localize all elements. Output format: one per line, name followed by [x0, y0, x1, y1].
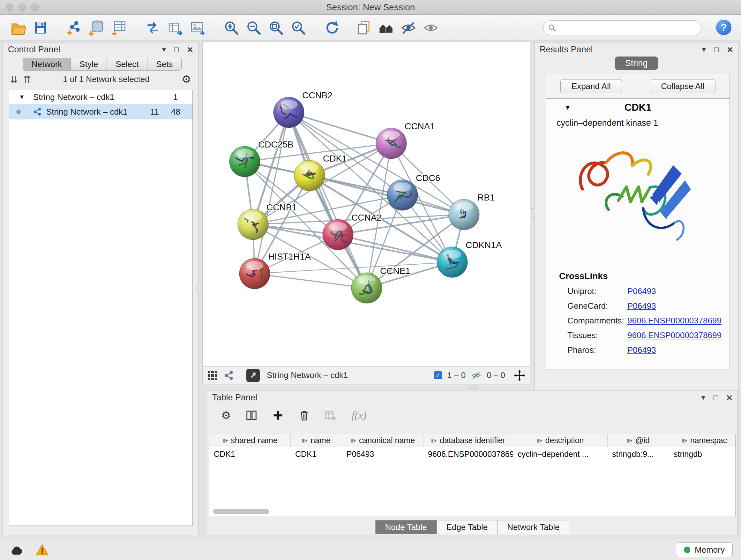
toolbar-separator	[241, 370, 241, 381]
help-button[interactable]: ?	[716, 19, 732, 36]
panel-resize-handle[interactable]	[468, 385, 477, 389]
panel-resize-handle[interactable]	[197, 285, 201, 293]
export-table-icon[interactable]	[166, 18, 185, 37]
table-cell[interactable]: CDK1	[291, 447, 342, 461]
show-columns-icon[interactable]	[246, 409, 258, 422]
tab-string[interactable]: String	[615, 57, 658, 70]
table-options-gear-icon[interactable]: ⚙	[221, 409, 231, 422]
table-tab-edge-table[interactable]: Edge Table	[437, 520, 498, 534]
clone-network-icon[interactable]	[354, 18, 373, 37]
save-session-icon[interactable]	[31, 18, 50, 37]
crosslink-link[interactable]: 9606.ENSP00000378699	[627, 330, 722, 340]
expand-all-icon[interactable]: ⇈	[23, 74, 31, 85]
control-tab-sets[interactable]: Sets	[147, 58, 182, 71]
table-tab-node-table[interactable]: Node Table	[375, 520, 437, 534]
collapse-section-icon[interactable]: ▼	[564, 104, 571, 112]
memory-button[interactable]: Memory	[676, 543, 733, 557]
network-node-HIST1H1A[interactable]	[239, 258, 270, 289]
column-header-namespac[interactable]: namespac	[669, 434, 736, 447]
network-node-CCNB2[interactable]	[273, 97, 304, 128]
open-session-icon[interactable]	[9, 18, 27, 37]
column-header-@id[interactable]: @id	[608, 434, 669, 447]
warning-icon[interactable]	[33, 543, 51, 557]
birdseye-view-icon[interactable]	[377, 18, 395, 37]
column-header-name[interactable]: name	[291, 434, 342, 447]
export-image-icon[interactable]	[188, 18, 207, 37]
network-node-RB1[interactable]	[449, 199, 479, 230]
crosslink-link[interactable]: P06493	[627, 301, 656, 311]
table-row[interactable]: CDK1CDK1P064939606.ENSP00000378699cyclin…	[209, 447, 735, 461]
zoom-in-icon[interactable]	[222, 18, 241, 37]
crosslink-row: GeneCard:P06493	[559, 299, 730, 313]
column-header-description[interactable]: description	[513, 434, 608, 447]
search-input[interactable]	[559, 23, 693, 33]
network-node-CDK1[interactable]	[294, 160, 325, 191]
export-network-icon[interactable]	[144, 18, 162, 37]
control-tab-style[interactable]: Style	[71, 58, 107, 71]
network-node-CDKN1A[interactable]	[437, 247, 468, 277]
table-cell[interactable]: stringdb	[669, 447, 736, 461]
column-header-database-identifier[interactable]: database identifier	[423, 434, 513, 447]
add-column-icon[interactable]	[272, 410, 284, 421]
network-node-CCNA1[interactable]	[376, 128, 407, 159]
zoom-window-button[interactable]	[31, 3, 39, 11]
hide-selected-icon[interactable]	[399, 18, 418, 37]
collapse-panel-icon[interactable]: ▾	[702, 45, 706, 54]
delete-column-icon[interactable]	[298, 410, 310, 421]
control-tab-network[interactable]: Network	[23, 58, 71, 71]
collapse-all-button[interactable]: Collapse All	[650, 79, 716, 93]
table-cell[interactable]: P06493	[342, 447, 423, 461]
tree-expand-icon[interactable]: ▼	[19, 94, 25, 101]
close-panel-icon[interactable]: ×	[187, 45, 193, 54]
cloud-status-icon[interactable]	[8, 543, 25, 557]
crosslink-link[interactable]: 9606.ENSP00000378699	[627, 316, 722, 326]
network-collection-row[interactable]: ▼ String Network – cdk1 1	[9, 90, 192, 104]
minimize-window-button[interactable]	[18, 3, 26, 11]
control-tab-select[interactable]: Select	[107, 58, 147, 71]
panel-resize-handle[interactable]	[531, 208, 535, 216]
collapse-panel-icon[interactable]: ▾	[162, 45, 166, 54]
table-panel-header: Table Panel ▾ □ ×	[207, 390, 738, 405]
crosslink-link[interactable]: P06493	[627, 287, 656, 296]
network-node-CDC25B[interactable]	[229, 146, 260, 177]
zoom-selected-icon[interactable]	[289, 18, 308, 37]
pan-move-icon[interactable]	[514, 369, 526, 381]
network-node-CCNA2[interactable]	[323, 219, 353, 250]
table-horizontal-scrollbar[interactable]	[213, 509, 269, 514]
network-node-CCNB1[interactable]	[238, 209, 268, 240]
collapse-all-icon[interactable]: ⇊	[10, 74, 18, 85]
close-panel-icon[interactable]: ×	[727, 45, 733, 54]
float-panel-icon[interactable]: □	[174, 45, 179, 54]
grid-view-icon[interactable]	[207, 370, 218, 381]
table-cell[interactable]: cyclin–dependent ...	[513, 447, 608, 461]
zoom-out-icon[interactable]	[245, 18, 263, 37]
table-cell[interactable]: stringdb:9...	[608, 447, 669, 461]
annotation-mode-button[interactable]	[246, 369, 260, 382]
column-header-canonical-name[interactable]: canonical name	[342, 434, 423, 447]
network-node-CCNE1[interactable]	[351, 273, 382, 303]
close-panel-icon[interactable]: ×	[726, 393, 732, 402]
selected-nodes-checkbox[interactable]: ✓	[434, 371, 442, 379]
network-view-canvas[interactable]: CCNB2CCNA1CDC25BCDK1CDC6RB1CCNB1CCNA2CDK…	[202, 42, 530, 367]
show-all-icon[interactable]	[421, 18, 440, 37]
network-node-CDC6[interactable]	[387, 180, 418, 210]
crosslink-link[interactable]: P06493	[627, 345, 656, 355]
network-row-selected[interactable]: String Network – cdk1 11 48	[9, 104, 192, 119]
table-cell[interactable]: 9606.ENSP00000378699	[423, 447, 513, 461]
import-network-file-icon[interactable]	[65, 18, 84, 37]
close-window-button[interactable]	[6, 3, 13, 11]
network-overview-icon[interactable]	[224, 370, 234, 381]
table-cell[interactable]: CDK1	[209, 447, 291, 461]
import-table-icon[interactable]	[110, 18, 128, 37]
zoom-fit-icon[interactable]	[267, 18, 285, 37]
collapse-panel-icon[interactable]: ▾	[701, 393, 705, 402]
float-panel-icon[interactable]: □	[714, 393, 718, 402]
network-options-gear-icon[interactable]: ⚙	[182, 73, 191, 85]
crosslinks-heading: CrossLinks	[546, 271, 730, 281]
float-panel-icon[interactable]: □	[714, 45, 719, 54]
table-tab-network-table[interactable]: Network Table	[497, 520, 569, 534]
expand-all-button[interactable]: Expand All	[560, 79, 622, 93]
import-network-database-icon[interactable]	[87, 18, 106, 37]
column-header-shared-name[interactable]: shared name	[209, 434, 291, 447]
refresh-icon[interactable]	[323, 18, 341, 37]
